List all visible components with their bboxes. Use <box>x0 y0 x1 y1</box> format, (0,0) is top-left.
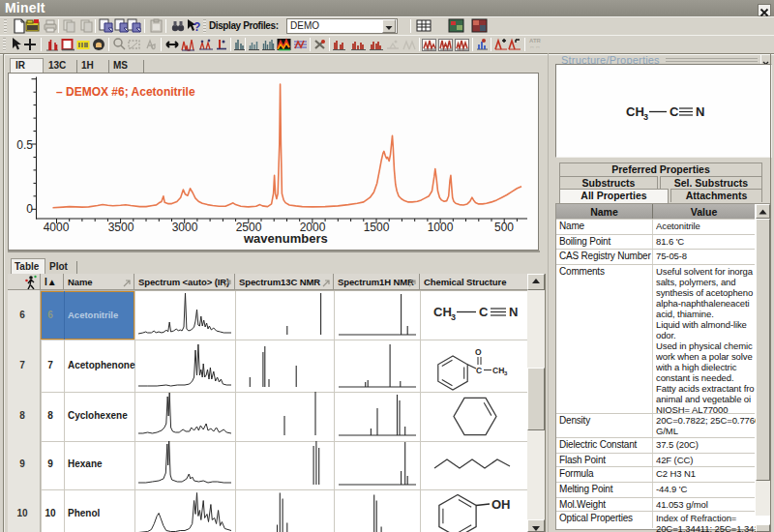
svg-text:C: C <box>476 366 482 375</box>
svg-text:O: O <box>475 347 482 357</box>
svg-text:?: ? <box>194 20 200 34</box>
svg-text:3: 3 <box>643 112 648 122</box>
svg-text:3: 3 <box>504 370 508 376</box>
svg-text:OH: OH <box>491 497 511 512</box>
svg-text:C: C <box>670 104 679 119</box>
svg-text:CH: CH <box>492 366 504 375</box>
svg-text:N: N <box>696 104 704 119</box>
svg-text:N: N <box>509 305 518 319</box>
svg-text:CH: CH <box>433 305 452 319</box>
svg-text:CH: CH <box>626 104 644 119</box>
svg-text:3: 3 <box>451 312 456 322</box>
svg-text:C: C <box>479 305 489 319</box>
